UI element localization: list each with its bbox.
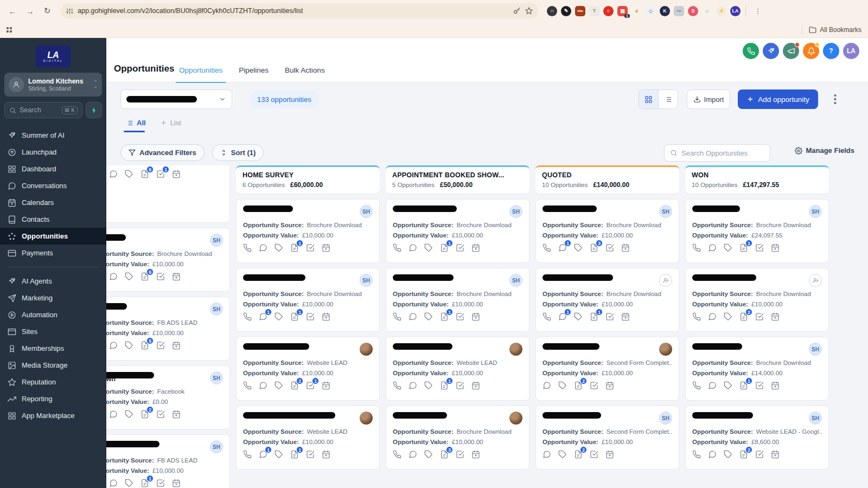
doc-icon[interactable]: 2 — [739, 450, 748, 459]
phone-icon[interactable] — [542, 312, 551, 321]
calendar-icon[interactable] — [771, 312, 780, 321]
check-icon[interactable]: 1 — [156, 170, 165, 178]
profile-avatar-icon[interactable]: LA — [730, 6, 741, 16]
calendar-icon[interactable] — [621, 312, 630, 321]
calendar-icon[interactable] — [471, 450, 480, 459]
calendar-icon[interactable] — [172, 272, 181, 281]
opportunity-card[interactable]: Opportunity Source:Brochure DownloadOppo… — [535, 268, 679, 332]
sidebar-item-ai-agents[interactable]: AI Agents — [0, 273, 106, 290]
tag-icon[interactable] — [724, 243, 732, 252]
calendar-icon[interactable] — [172, 479, 181, 487]
reload-button[interactable]: ↻ — [40, 4, 54, 18]
check-icon[interactable] — [755, 312, 764, 321]
sidebar-item-app-marketplace[interactable]: App Marketplace — [0, 407, 106, 424]
chat-icon[interactable] — [109, 410, 118, 419]
check-icon[interactable] — [456, 450, 464, 459]
calendar-icon[interactable] — [322, 381, 330, 390]
calendar-icon[interactable] — [605, 381, 614, 390]
bolt-extension-icon[interactable]: ⚡ — [716, 6, 726, 16]
check-icon[interactable] — [755, 243, 764, 252]
opportunity-card[interactable]: Opportunity Source:Second Form Complet..… — [535, 337, 679, 401]
shield-extension-icon[interactable]: ◇ — [646, 6, 656, 16]
doc-icon[interactable]: 1 — [440, 381, 449, 390]
check-icon[interactable] — [590, 450, 598, 459]
tab-bulk-actions[interactable]: Bulk Actions — [285, 66, 325, 74]
chat-icon[interactable] — [708, 381, 717, 390]
all-bookmarks-button[interactable]: All Bookmarks — [802, 25, 861, 35]
tag-icon[interactable] — [125, 479, 133, 487]
opportunity-card[interactable]: Opportunity Source:Website LEADOpportuni… — [386, 337, 529, 401]
sidebar-item-reporting[interactable]: Reporting — [0, 390, 106, 407]
tag-icon[interactable] — [724, 381, 732, 390]
check-icon[interactable] — [306, 243, 315, 252]
calendar-icon[interactable] — [172, 410, 181, 419]
code-extension-icon[interactable]: </> — [674, 6, 684, 16]
tag-icon[interactable] — [724, 312, 732, 321]
quick-actions-button[interactable] — [86, 102, 102, 118]
opportunity-card[interactable]: Opportunity Source:Website LEADOpportuni… — [236, 406, 380, 470]
manage-fields-button[interactable]: Manage Fields — [795, 146, 854, 155]
tab-all[interactable]: All — [126, 119, 146, 132]
calendar-icon[interactable] — [771, 243, 780, 252]
chat-icon[interactable] — [109, 170, 118, 178]
tag-icon[interactable] — [424, 312, 433, 321]
tag-icon[interactable] — [125, 170, 133, 178]
doc-icon[interactable]: 2 — [290, 381, 299, 390]
phone-icon[interactable] — [692, 312, 701, 321]
doc-icon[interactable]: 2 — [739, 312, 748, 321]
check-icon[interactable] — [456, 243, 464, 252]
phone-icon[interactable] — [243, 243, 252, 252]
help-button[interactable]: ? — [823, 43, 839, 59]
sidebar-item-dashboard[interactable]: Dashboard — [0, 160, 106, 177]
doc-icon[interactable]: 1 — [141, 479, 149, 487]
sidebar-item-memberships[interactable]: Memberships — [0, 340, 106, 357]
doc-icon[interactable]: 1 — [290, 243, 299, 252]
calendar-icon[interactable] — [322, 243, 330, 252]
check-icon[interactable] — [755, 450, 764, 459]
bookmark-star-icon[interactable] — [525, 7, 533, 15]
eyedropper-extension-icon[interactable]: ✎ — [561, 6, 571, 16]
phone-icon[interactable] — [692, 450, 701, 459]
title-extension-icon[interactable]: title — [575, 6, 585, 16]
phone-icon[interactable] — [243, 450, 252, 459]
opportunity-card[interactable]: SHOpportunity Source:Brochure DownloadOp… — [106, 228, 230, 292]
import-button[interactable]: Import — [687, 89, 730, 109]
calendar-icon[interactable] — [471, 381, 480, 390]
chat-icon[interactable] — [409, 243, 417, 252]
opportunity-card[interactable]: BrownSHOpportunity Source:FacebookOpport… — [106, 365, 230, 429]
sidebar-item-marketing[interactable]: Marketing — [0, 290, 106, 306]
jar-extension-icon[interactable]: ⌂ — [702, 6, 712, 16]
doc-icon[interactable]: 2 — [141, 410, 149, 419]
red-dot-extension-icon[interactable]: ○ — [603, 6, 614, 16]
chat-icon[interactable] — [259, 381, 267, 390]
tag-icon[interactable] — [275, 312, 283, 321]
url-bar[interactable]: app.gohighlevel.com/v2/location/BU0hsj8f… — [61, 3, 538, 18]
check-icon[interactable] — [156, 410, 165, 419]
tab-opportunities[interactable]: Opportunities — [179, 66, 222, 74]
opportunity-card[interactable]: Opportunity Source:Website LEADOpportuni… — [236, 337, 380, 401]
phone-icon[interactable] — [243, 312, 252, 321]
more-options-button[interactable]: ••• — [834, 93, 837, 105]
opportunity-card[interactable]: SHOpportunity Source:FB ADS LEADOpportun… — [106, 297, 230, 361]
list-view-button[interactable] — [658, 90, 678, 108]
sidebar-item-reputation[interactable]: Reputation — [0, 374, 106, 390]
doc-icon[interactable]: 2 — [574, 381, 583, 390]
phone-icon[interactable] — [243, 381, 252, 390]
sidebar-item-launchpad[interactable]: Launchpad — [0, 144, 106, 160]
calendar-icon[interactable] — [322, 312, 330, 321]
opportunity-card[interactable]: SHOpportunity Source:Brochure DownloadOp… — [236, 199, 380, 263]
search-opportunities-input[interactable]: Search Opportunities — [664, 144, 770, 162]
phone-icon[interactable] — [393, 312, 401, 321]
doc-icon[interactable]: 1 — [440, 243, 449, 252]
check-icon[interactable] — [156, 272, 165, 281]
check-icon[interactable] — [306, 312, 315, 321]
tabs-extension-icon[interactable]: ▥1 — [617, 6, 628, 16]
user-avatar[interactable]: LA — [843, 43, 859, 59]
check-icon[interactable] — [156, 341, 165, 350]
grid-view-button[interactable] — [639, 90, 658, 108]
tag-icon[interactable] — [125, 410, 133, 419]
check-icon[interactable] — [605, 312, 614, 321]
chat-icon[interactable] — [409, 450, 417, 459]
opportunity-card[interactable]: Opportunity Source:Brochure DownloadOppo… — [685, 268, 829, 332]
opportunity-card[interactable]: SHOpportunity Source:Brochure DownloadOp… — [236, 268, 380, 332]
